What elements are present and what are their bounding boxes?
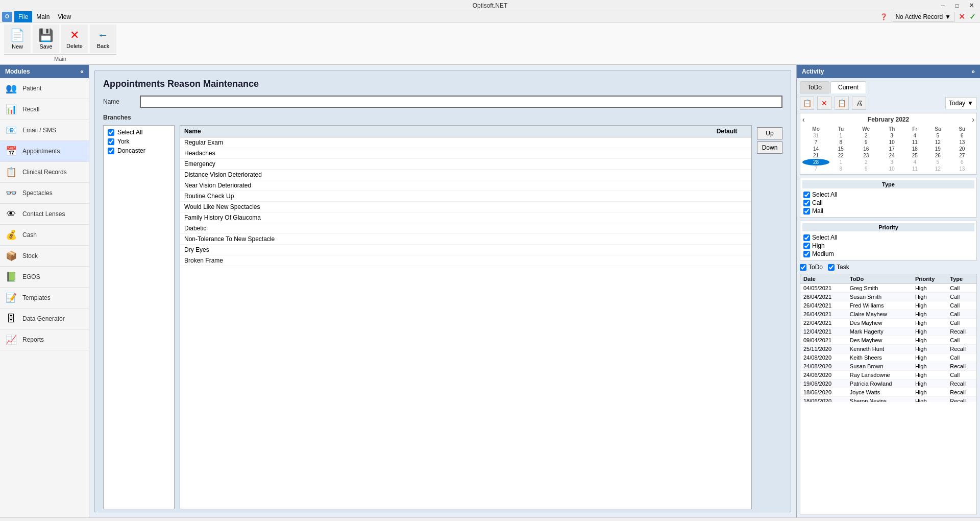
calendar-day[interactable]: 9 bbox=[852, 165, 880, 172]
list-item[interactable]: Dry Eyes bbox=[180, 245, 751, 255]
branch-select-all-checkbox[interactable] bbox=[108, 129, 114, 136]
table-row[interactable]: 04/05/2021Greg SmithHighCall bbox=[800, 284, 976, 293]
sidebar-item-egos[interactable]: 📗 EGOS bbox=[0, 267, 89, 288]
priority-medium[interactable]: Medium bbox=[802, 250, 974, 258]
todo-filter-checkbox[interactable] bbox=[800, 264, 806, 271]
calendar-day[interactable]: 20 bbox=[950, 146, 974, 152]
branch-select-all[interactable]: Select All bbox=[106, 128, 172, 137]
calendar-day[interactable]: 13 bbox=[950, 165, 974, 172]
activity-print-button[interactable]: 🖨 bbox=[852, 97, 866, 110]
calendar-day[interactable]: 28 bbox=[802, 159, 829, 165]
list-item[interactable]: Broken Frame bbox=[180, 255, 751, 266]
task-filter[interactable]: Task bbox=[828, 264, 849, 271]
today-dropdown[interactable]: Today ▼ bbox=[945, 97, 977, 109]
table-row[interactable]: 25/11/2020Kenneth HuntHighRecall bbox=[800, 345, 976, 353]
calendar-day[interactable]: 31 bbox=[802, 132, 829, 139]
menu-file[interactable]: File bbox=[14, 11, 32, 22]
list-item[interactable]: Regular Exam bbox=[180, 137, 751, 148]
table-row[interactable]: 24/08/2020Susan BrownHighRecall bbox=[800, 362, 976, 371]
calendar-day[interactable]: 11 bbox=[903, 165, 926, 172]
calendar-day[interactable]: 25 bbox=[903, 152, 926, 159]
calendar-day[interactable]: 5 bbox=[926, 159, 950, 165]
new-button[interactable]: 📄 New bbox=[4, 25, 31, 53]
table-row[interactable]: 26/04/2021Susan SmithHighCall bbox=[800, 293, 976, 301]
calendar-day[interactable]: 7 bbox=[802, 165, 829, 172]
sidebar-item-spectacles[interactable]: 👓 Spectacles bbox=[0, 183, 89, 204]
calendar-day[interactable]: 12 bbox=[926, 165, 950, 172]
calendar-day[interactable]: 13 bbox=[950, 139, 974, 146]
down-button[interactable]: Down bbox=[757, 141, 782, 154]
list-item[interactable]: Non-Tolerance To New Spectacle bbox=[180, 234, 751, 245]
close-red-button[interactable]: ✕ bbox=[959, 12, 965, 21]
sidebar-item-patient[interactable]: 👥 Patient bbox=[0, 78, 89, 99]
calendar-day[interactable]: 1 bbox=[829, 132, 852, 139]
priority-select-all-checkbox[interactable] bbox=[803, 234, 810, 241]
todo-filter[interactable]: ToDo bbox=[800, 264, 823, 271]
calendar-day[interactable]: 24 bbox=[880, 152, 904, 159]
calendar-day[interactable]: 9 bbox=[852, 139, 880, 146]
table-row[interactable]: 24/06/2020Ray LansdowneHighCall bbox=[800, 371, 976, 380]
list-item[interactable]: Near Vision Deteriorated bbox=[180, 180, 751, 191]
window-close-button[interactable]: ✕ bbox=[965, 1, 978, 11]
calendar-day[interactable]: 18 bbox=[903, 146, 926, 152]
calendar-day[interactable]: 8 bbox=[829, 165, 852, 172]
calendar-day[interactable]: 4 bbox=[903, 159, 926, 165]
table-row[interactable]: 24/08/2020Keith SheersHighCall bbox=[800, 353, 976, 362]
table-row[interactable]: 12/04/2021Mark HagertyHighRecall bbox=[800, 327, 976, 336]
sidebar-item-email-sms[interactable]: 📧 Email / SMS bbox=[0, 120, 89, 141]
calendar-day[interactable]: 21 bbox=[802, 152, 829, 159]
type-mail[interactable]: Mail bbox=[802, 207, 974, 215]
calendar-day[interactable]: 4 bbox=[903, 132, 926, 139]
calendar-day[interactable]: 15 bbox=[829, 146, 852, 152]
calendar-day[interactable]: 17 bbox=[880, 146, 904, 152]
back-button[interactable]: ← Back bbox=[90, 25, 116, 53]
calendar-day[interactable]: 8 bbox=[829, 139, 852, 146]
sidebar-item-stock[interactable]: 📦 Stock bbox=[0, 246, 89, 267]
table-row[interactable]: 22/04/2021Des MayhewHighCall bbox=[800, 319, 976, 327]
list-item[interactable]: Would Like New Spectacles bbox=[180, 202, 751, 212]
activity-paste-button[interactable]: 📋 bbox=[835, 97, 849, 110]
sidebar-collapse-icon[interactable]: « bbox=[80, 68, 84, 75]
no-active-record-button[interactable]: No Active Record ▼ bbox=[892, 12, 954, 22]
activity-delete-button[interactable]: ✕ bbox=[817, 97, 831, 110]
branch-doncaster-checkbox[interactable] bbox=[108, 148, 114, 154]
sidebar-item-reports[interactable]: 📈 Reports bbox=[0, 329, 89, 350]
minimize-button[interactable]: ─ bbox=[936, 1, 949, 11]
table-row[interactable]: 26/04/2021Fred WilliamsHighCall bbox=[800, 301, 976, 310]
sidebar-item-clinical-records[interactable]: 📋 Clinical Records bbox=[0, 162, 89, 183]
sidebar-item-contact-lenses[interactable]: 👁 Contact Lenses bbox=[0, 204, 89, 225]
priority-medium-checkbox[interactable] bbox=[803, 251, 810, 257]
menu-main[interactable]: Main bbox=[32, 11, 54, 22]
calendar-day[interactable]: 19 bbox=[926, 146, 950, 152]
list-item[interactable]: Family History Of Glaucoma bbox=[180, 212, 751, 223]
tab-current[interactable]: Current bbox=[830, 81, 866, 93]
table-row[interactable]: 18/06/2020Sharon NevinsHighRecall bbox=[800, 397, 976, 402]
tab-todo[interactable]: ToDo bbox=[800, 81, 829, 93]
calendar-day[interactable]: 6 bbox=[950, 159, 974, 165]
calendar-day[interactable]: 2 bbox=[852, 132, 880, 139]
branch-york[interactable]: York bbox=[106, 137, 172, 146]
type-call-checkbox[interactable] bbox=[803, 200, 810, 206]
table-row[interactable]: 09/04/2021Des MayhewHighCall bbox=[800, 336, 976, 345]
calendar-day[interactable]: 6 bbox=[950, 132, 974, 139]
up-button[interactable]: Up bbox=[757, 127, 782, 139]
type-select-all-checkbox[interactable] bbox=[803, 192, 810, 198]
sidebar-item-templates[interactable]: 📝 Templates bbox=[0, 288, 89, 309]
table-row[interactable]: 26/04/2021Claire MayhewHighCall bbox=[800, 310, 976, 319]
help-button[interactable]: ❓ bbox=[880, 13, 888, 20]
type-select-all[interactable]: Select All bbox=[802, 191, 974, 199]
maximize-button[interactable]: □ bbox=[950, 1, 964, 11]
calendar-day[interactable]: 3 bbox=[880, 159, 904, 165]
calendar-day[interactable]: 27 bbox=[950, 152, 974, 159]
checkmark-button[interactable]: ✓ bbox=[969, 12, 976, 21]
calendar-day[interactable]: 1 bbox=[829, 159, 852, 165]
list-item[interactable]: Headaches bbox=[180, 148, 751, 159]
sidebar-item-appointments[interactable]: 📅 Appointments bbox=[0, 141, 89, 162]
list-item[interactable]: Diabetic bbox=[180, 223, 751, 234]
calendar-next-button[interactable]: › bbox=[972, 115, 974, 124]
list-item[interactable]: Routine Check Up bbox=[180, 191, 751, 202]
branch-york-checkbox[interactable] bbox=[108, 138, 114, 145]
list-item[interactable]: Emergency bbox=[180, 159, 751, 170]
save-button[interactable]: 💾 Save bbox=[33, 25, 59, 53]
calendar-day[interactable]: 3 bbox=[880, 132, 904, 139]
